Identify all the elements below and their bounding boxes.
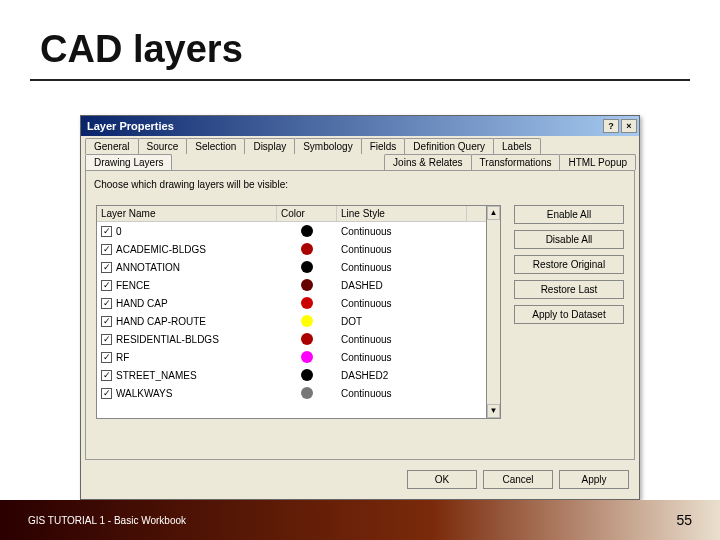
restore-original-button[interactable]: Restore Original xyxy=(514,255,624,274)
layer-name: WALKWAYS xyxy=(116,388,172,399)
help-button[interactable]: ? xyxy=(603,119,619,133)
layer-name: RESIDENTIAL-BLDGS xyxy=(116,334,219,345)
panel-description: Choose which drawing layers will be visi… xyxy=(94,179,626,190)
color-swatch[interactable] xyxy=(301,387,313,399)
layer-row[interactable]: ✓HAND CAP-ROUTEDOT xyxy=(97,312,486,330)
list-scrollbar[interactable]: ▲ ▼ xyxy=(486,205,501,419)
line-style: Continuous xyxy=(337,388,467,399)
tab-display[interactable]: Display xyxy=(244,138,295,154)
ok-button[interactable]: OK xyxy=(407,470,477,489)
layer-checkbox[interactable]: ✓ xyxy=(101,388,112,399)
tabs-row-2: Drawing Layers Joins & RelatesTransforma… xyxy=(81,154,639,170)
page-number: 55 xyxy=(676,512,692,528)
layer-listbox[interactable]: Layer Name Color Line Style ✓0Continuous… xyxy=(96,205,486,419)
layer-row[interactable]: ✓WALKWAYSContinuous xyxy=(97,384,486,402)
line-style: DASHED xyxy=(337,280,467,291)
tabs-row-1: GeneralSourceSelectionDisplaySymbologyFi… xyxy=(81,136,639,154)
layer-name: RF xyxy=(116,352,129,363)
footer-text: GIS TUTORIAL 1 - Basic Workbook xyxy=(28,515,186,526)
restore-last-button[interactable]: Restore Last xyxy=(514,280,624,299)
line-style: DASHED2 xyxy=(337,370,467,381)
layer-name: HAND CAP-ROUTE xyxy=(116,316,206,327)
tab-symbology[interactable]: Symbology xyxy=(294,138,361,154)
layer-name: STREET_NAMES xyxy=(116,370,197,381)
slide-title: CAD layers xyxy=(0,0,720,77)
scroll-up-icon[interactable]: ▲ xyxy=(487,206,500,220)
tab-fields[interactable]: Fields xyxy=(361,138,406,154)
layer-name: HAND CAP xyxy=(116,298,168,309)
color-swatch[interactable] xyxy=(301,333,313,345)
dialog-title: Layer Properties xyxy=(87,120,174,132)
layer-checkbox[interactable]: ✓ xyxy=(101,226,112,237)
layer-row[interactable]: ✓STREET_NAMESDASHED2 xyxy=(97,366,486,384)
enable-all-button[interactable]: Enable All xyxy=(514,205,624,224)
layer-row[interactable]: ✓0Continuous xyxy=(97,222,486,240)
apply-button[interactable]: Apply xyxy=(559,470,629,489)
tab-selection[interactable]: Selection xyxy=(186,138,245,154)
tab-transformations[interactable]: Transformations xyxy=(471,154,561,170)
color-swatch[interactable] xyxy=(301,297,313,309)
line-style: Continuous xyxy=(337,226,467,237)
layer-name: FENCE xyxy=(116,280,150,291)
close-button[interactable]: × xyxy=(621,119,637,133)
line-style: Continuous xyxy=(337,298,467,309)
apply-to-dataset-button[interactable]: Apply to Dataset xyxy=(514,305,624,324)
layer-checkbox[interactable]: ✓ xyxy=(101,262,112,273)
line-style: DOT xyxy=(337,316,467,327)
disable-all-button[interactable]: Disable All xyxy=(514,230,624,249)
dialog-footer: OK Cancel Apply xyxy=(81,464,639,499)
layer-checkbox[interactable]: ✓ xyxy=(101,370,112,381)
column-color: Color xyxy=(277,206,337,221)
layer-row[interactable]: ✓ANNOTATIONContinuous xyxy=(97,258,486,276)
scroll-down-icon[interactable]: ▼ xyxy=(487,404,500,418)
layer-checkbox[interactable]: ✓ xyxy=(101,316,112,327)
color-swatch[interactable] xyxy=(301,243,313,255)
layer-checkbox[interactable]: ✓ xyxy=(101,298,112,309)
tab-drawing-layers[interactable]: Drawing Layers xyxy=(85,154,172,170)
line-style: Continuous xyxy=(337,244,467,255)
color-swatch[interactable] xyxy=(301,315,313,327)
layer-properties-dialog: Layer Properties ? × GeneralSourceSelect… xyxy=(80,115,640,500)
color-swatch[interactable] xyxy=(301,279,313,291)
tab-html-popup[interactable]: HTML Popup xyxy=(559,154,636,170)
layer-row[interactable]: ✓HAND CAPContinuous xyxy=(97,294,486,312)
layer-row[interactable]: ✓ACADEMIC-BLDGSContinuous xyxy=(97,240,486,258)
color-swatch[interactable] xyxy=(301,225,313,237)
column-line-style: Line Style xyxy=(337,206,467,221)
layer-name: ANNOTATION xyxy=(116,262,180,273)
side-actions: Enable AllDisable AllRestore OriginalRes… xyxy=(514,205,624,324)
slide-footer: GIS TUTORIAL 1 - Basic Workbook 55 xyxy=(0,500,720,540)
tab-source[interactable]: Source xyxy=(138,138,188,154)
cancel-button[interactable]: Cancel xyxy=(483,470,553,489)
title-underline xyxy=(30,79,690,81)
layer-checkbox[interactable]: ✓ xyxy=(101,244,112,255)
layer-row[interactable]: ✓RFContinuous xyxy=(97,348,486,366)
tab-definition-query[interactable]: Definition Query xyxy=(404,138,494,154)
layer-name: ACADEMIC-BLDGS xyxy=(116,244,206,255)
color-swatch[interactable] xyxy=(301,261,313,273)
tab-labels[interactable]: Labels xyxy=(493,138,540,154)
line-style: Continuous xyxy=(337,352,467,363)
layer-checkbox[interactable]: ✓ xyxy=(101,280,112,291)
layer-checkbox[interactable]: ✓ xyxy=(101,334,112,345)
drawing-layers-panel: Choose which drawing layers will be visi… xyxy=(85,170,635,460)
column-layer-name: Layer Name xyxy=(97,206,277,221)
tab-general[interactable]: General xyxy=(85,138,139,154)
dialog-titlebar: Layer Properties ? × xyxy=(81,116,639,136)
layer-checkbox[interactable]: ✓ xyxy=(101,352,112,363)
tab-joins-relates[interactable]: Joins & Relates xyxy=(384,154,471,170)
color-swatch[interactable] xyxy=(301,369,313,381)
line-style: Continuous xyxy=(337,262,467,273)
line-style: Continuous xyxy=(337,334,467,345)
layer-row[interactable]: ✓RESIDENTIAL-BLDGSContinuous xyxy=(97,330,486,348)
layer-row[interactable]: ✓FENCEDASHED xyxy=(97,276,486,294)
list-header: Layer Name Color Line Style xyxy=(97,206,486,222)
layer-name: 0 xyxy=(116,226,122,237)
color-swatch[interactable] xyxy=(301,351,313,363)
